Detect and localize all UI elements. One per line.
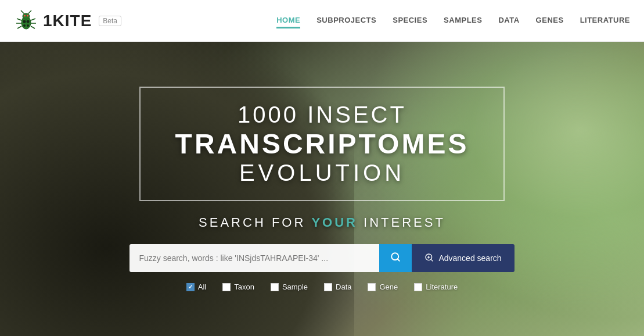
logo-icon [14, 9, 38, 33]
svg-point-15 [27, 15, 28, 16]
filter-sample-label: Sample [282, 283, 308, 291]
search-bar: Advanced search [129, 244, 514, 272]
svg-point-1 [23, 13, 30, 19]
nav-species[interactable]: SPECIES [393, 13, 427, 28]
svg-point-3 [27, 20, 30, 23]
svg-line-19 [431, 259, 433, 261]
checkbox-literature[interactable] [414, 283, 422, 291]
main-nav: HOME SUBPROJECTS SPECIES SAMPLES DATA GE… [276, 13, 630, 28]
nav-subprojects[interactable]: SUBPROJECTS [316, 13, 376, 28]
nav-data[interactable]: DATA [498, 13, 519, 28]
filter-taxon-label: Taxon [234, 283, 254, 291]
title-line2: TRANSCRIPTOMES [175, 128, 469, 160]
advanced-search-icon [424, 253, 434, 264]
filter-all[interactable]: All [186, 283, 206, 291]
hero-subtitle: SEARCH FOR YOUR INTEREST [199, 215, 445, 230]
svg-line-8 [17, 19, 21, 20]
svg-line-10 [17, 26, 21, 28]
search-icon [390, 252, 401, 265]
filter-sample[interactable]: Sample [271, 283, 308, 291]
search-button[interactable] [379, 244, 412, 272]
filter-gene[interactable]: Gene [368, 283, 398, 291]
checkbox-all[interactable] [186, 283, 195, 291]
filter-literature[interactable]: Literature [414, 283, 458, 291]
svg-point-2 [23, 20, 26, 23]
checkbox-sample[interactable] [271, 283, 279, 291]
svg-line-7 [28, 10, 31, 14]
filter-literature-label: Literature [426, 283, 458, 291]
logo-text: 1KITE [43, 12, 92, 30]
logo-area: 1KITE Beta [14, 9, 121, 33]
svg-line-13 [31, 26, 35, 28]
checkbox-gene[interactable] [368, 283, 376, 291]
nav-genes[interactable]: GENES [536, 13, 564, 28]
filter-taxon[interactable]: Taxon [222, 283, 254, 291]
svg-line-17 [398, 259, 400, 260]
beta-badge: Beta [99, 16, 121, 26]
subtitle-after: INTEREST [358, 215, 445, 230]
filter-data-label: Data [336, 283, 351, 291]
nav-literature[interactable]: LITERATURE [580, 13, 630, 28]
search-filters: All Taxon Sample Data Gene Literature [186, 283, 458, 291]
search-input[interactable] [129, 244, 379, 272]
nav-samples[interactable]: SAMPLES [444, 13, 482, 28]
filter-gene-label: Gene [379, 283, 398, 291]
title-line1: 1000 INSECT [175, 102, 469, 128]
svg-point-4 [23, 24, 26, 27]
hero-content: 1000 INSECT TRANSCRIPTOMES EVOLUTION SEA… [0, 87, 644, 291]
title-box: 1000 INSECT TRANSCRIPTOMES EVOLUTION [139, 87, 505, 201]
svg-point-5 [27, 24, 29, 27]
svg-line-6 [21, 10, 24, 14]
svg-point-14 [24, 15, 26, 16]
header: 1KITE Beta HOME SUBPROJECTS SPECIES SAMP… [0, 0, 644, 42]
checkbox-taxon[interactable] [222, 283, 231, 291]
hero-section: 1000 INSECT TRANSCRIPTOMES EVOLUTION SEA… [0, 42, 644, 336]
advanced-search-label: Advanced search [438, 253, 501, 263]
subtitle-before: SEARCH FOR [199, 215, 311, 230]
checkbox-data[interactable] [324, 283, 332, 291]
nav-home[interactable]: HOME [276, 13, 300, 28]
subtitle-highlight: YOUR [311, 215, 358, 230]
filter-data[interactable]: Data [324, 283, 351, 291]
filter-all-label: All [198, 283, 206, 291]
advanced-search-button[interactable]: Advanced search [412, 244, 514, 272]
svg-line-11 [31, 19, 35, 20]
title-line3: EVOLUTION [175, 160, 469, 186]
